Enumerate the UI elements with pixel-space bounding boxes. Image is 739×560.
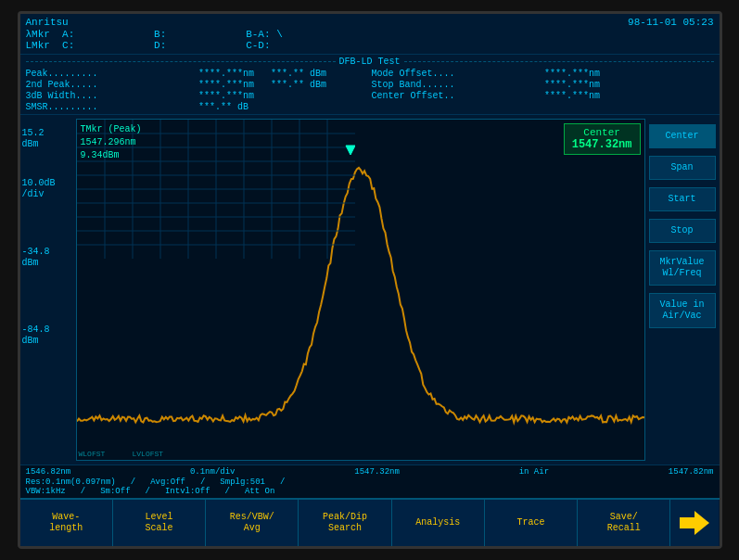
brand: Anritsu (26, 17, 69, 28)
dfb-title: DFB-LD Test (26, 57, 714, 67)
dfb-smsr-val: ***.** dB (198, 102, 368, 112)
dfb-peak-val1: ****.***nm ***.** dBm (198, 69, 368, 79)
right-panel: Center Span Start Stop MkrValueWl/Freq V… (645, 115, 720, 465)
dfb-2nd-val: ****.***nm ***.** dBm (198, 80, 368, 90)
center-label: Center (572, 127, 632, 138)
svg-marker-19 (680, 511, 709, 535)
vbw-param: VBW:1kHz (26, 487, 66, 496)
dfb-section: DFB-LD Test Peak......... ****.***nm ***… (20, 55, 720, 115)
save-recall-button[interactable]: Save/Recall (578, 500, 670, 546)
avg-param: Avg:Off (150, 477, 185, 487)
x-center: 1547.32nm (354, 467, 400, 477)
dfb-stop-val: ****.***nm (544, 80, 714, 90)
header: Anritsu 98-11-01 05:23 λMkr A: B: B-A: \… (20, 14, 720, 55)
center-value-box: Center 1547.32nm (564, 123, 641, 155)
res-param: Res:0.1nm(0.097nm) (26, 477, 116, 487)
sm-param: Sm:Off (100, 487, 130, 496)
y-axis-panel: 15.2 dBm 10.0dB /div -34.8 dBm -84.8 (20, 115, 76, 465)
start-button[interactable]: Start (649, 187, 716, 211)
peak-dip-search-button[interactable]: Peak/DipSearch (299, 500, 391, 546)
svg-marker-18 (346, 146, 355, 155)
bottom-level: -84.8 dBm (22, 325, 74, 347)
dfb-center-label: Center Offset.. (372, 91, 542, 101)
x-axis-labels: 1546.82nm 0.1nm/div 1547.32nm in Air 154… (26, 467, 714, 477)
dfb-smsr-label: SMSR......... (26, 102, 196, 112)
level-scale-button[interactable]: LevelScale (113, 500, 206, 546)
datetime: 98-11-01 05:23 (628, 17, 713, 28)
lvl-offset-label: LVLOFST (133, 450, 164, 458)
valuein-button[interactable]: Value inAir/Vac (649, 293, 716, 328)
tmkr-level: 9.34dBm (81, 149, 142, 162)
ref-level: 15.2 dBm (22, 128, 74, 150)
dfb-3db-label: 3dB Width.... (26, 91, 196, 101)
main-area: 15.2 dBm 10.0dB /div -34.8 dBm -84.8 (20, 115, 720, 465)
measurement-params: Res:0.1nm(0.097nm) / Avg:Off / Smplg:501… (26, 477, 714, 487)
x-div: 0.1nm/div (190, 467, 236, 477)
dfb-mode-val: ****.***nm (544, 69, 714, 79)
dfb-2nd-label: 2nd Peak..... (26, 80, 196, 90)
tmkr-label: TMkr (Peak) (81, 123, 142, 136)
center-value: 1547.32nm (572, 138, 632, 151)
back-arrow-icon (678, 509, 711, 537)
smplg-param: Smplg:501 (220, 477, 265, 487)
chart-area: TMkr (Peak) 1547.296nm 9.34dBm Center 15… (76, 119, 645, 461)
dfb-center-val: ****.***nm (544, 91, 714, 101)
dfb-peak-label: Peak......... (26, 69, 196, 79)
wavelength-button[interactable]: Wave-length (20, 500, 113, 546)
tmkr-wl: 1547.296nm (81, 136, 142, 149)
wl-offset-label: WLOFST (79, 450, 106, 458)
x-end: 1547.82nm (669, 467, 714, 477)
center-button[interactable]: Center (649, 124, 716, 148)
bottom-buttons: Wave-length LevelScale Res/VBW/Avg Peak/… (20, 498, 720, 546)
intvl-param: Intvl:Off (165, 487, 210, 496)
l-mkr-c: LMkr C: D: C-D: (26, 40, 271, 51)
span-button[interactable]: Span (649, 156, 716, 180)
mkrvalue-button[interactable]: MkrValueWl/Freq (649, 250, 716, 286)
back-button[interactable] (670, 500, 719, 546)
x-medium: in Air (519, 467, 549, 477)
lambda-mkr-a: λMkr A: B: B-A: \ (26, 29, 283, 40)
low-level: -34.8 dBm (22, 247, 74, 269)
dfb-3db-val: ****.***nm (198, 91, 368, 101)
att-param: Att On (245, 487, 274, 496)
dfb-stop-label: Stop Band...... (372, 80, 542, 90)
status-bar: 1546.82nm 0.1nm/div 1547.32nm in Air 154… (20, 465, 720, 498)
dfb-grid: Peak......... ****.***nm ***.** dBm Mode… (26, 69, 714, 112)
scale-label: 10.0dB /div (22, 178, 74, 200)
x-start: 1546.82nm (26, 467, 71, 477)
trace-button[interactable]: Trace (485, 500, 578, 546)
res-vbw-avg-button[interactable]: Res/VBW/Avg (206, 500, 299, 546)
analysis-button[interactable]: Analysis (392, 500, 485, 546)
filter-params: VBW:1kHz / Sm:Off / Intvl:Off / Att On (26, 487, 714, 496)
tmkr-box: TMkr (Peak) 1547.296nm 9.34dBm (81, 123, 142, 162)
instrument-screen: Anritsu 98-11-01 05:23 λMkr A: B: B-A: \… (18, 11, 722, 549)
stop-button[interactable]: Stop (649, 219, 716, 243)
dfb-mode-label: Mode Offset.... (372, 69, 542, 79)
